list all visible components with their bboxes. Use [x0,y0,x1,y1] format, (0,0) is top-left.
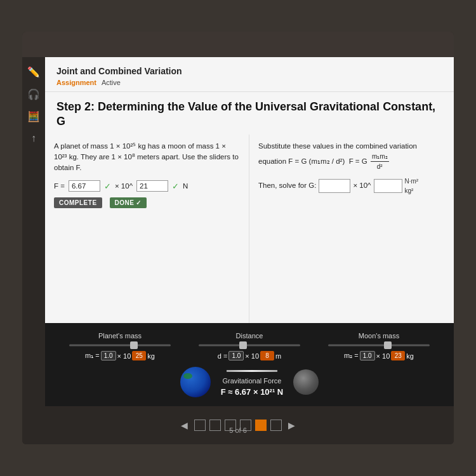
planet-mass-val[interactable]: 1.0 [101,351,116,360]
times-10-d: × 10 [245,352,259,360]
action-row: COMPLETE DONE ✓ [54,197,240,208]
nav-dot-6[interactable] [270,420,282,431]
distance-track [199,343,300,347]
m2-label: m₂ = [344,352,359,360]
d-label: d = [218,352,228,360]
fraction-formula: F = G m₁m₂ d² [347,157,390,165]
distance-value: d = 1.0 × 10 8 m [218,351,281,360]
check-icon-2: ✓ [172,180,179,193]
moon-mass-thumb[interactable] [384,341,392,349]
distance-thumb[interactable] [239,341,247,349]
left-panel: A planet of mass 1 × 10²⁵ kg has a moon … [45,135,249,323]
calculator-icon[interactable]: 🧮 [27,110,40,122]
solve-row: Then, solve for G: × 10^ N·m²kg² [258,176,445,195]
up-arrow-icon[interactable]: ↑ [31,133,36,144]
moon-mass-label: Moon's mass [359,332,399,340]
solve-label: Then, solve for G: [258,180,316,191]
moon-mass-track [328,343,430,347]
planet-mass-thumb[interactable] [130,341,138,349]
moon-mass-slider-group: Moon's mass m₂ = 1.0 × 10 23 kg [314,332,444,360]
edit-icon[interactable]: ✏️ [27,66,40,78]
moon-mass-unit: kg [406,352,414,360]
fraction: m₁m₂ d² [371,152,389,171]
header-meta: Assignment Active [56,79,442,86]
planet-mass-label: Planet's mass [98,332,142,340]
content-body: A planet of mass 1 × 10²⁵ kg has a moon … [45,135,454,323]
planet-mass-value: m₁ = 1.0 × 10 25 kg [85,351,155,360]
moon-mass-val[interactable]: 1.0 [360,351,375,360]
distance-val[interactable]: 1.0 [228,351,244,360]
solve-value-input[interactable] [319,179,350,193]
done-check-icon: ✓ [136,199,142,206]
grav-force-label: Gravitational Force [223,377,282,385]
grav-formula: F ≈ 6.67 × 10²¹ N [221,387,284,397]
problem-description: A planet of mass 1 × 10²⁵ kg has a moon … [54,141,240,174]
distance-unit: m [275,352,281,360]
assignment-label: Assignment [56,79,96,86]
times-10-pm: × 10 [117,352,131,360]
solve-exponent-input[interactable] [374,179,402,193]
times-10-label: × 10^ [115,181,133,192]
planet-mass-unit: kg [147,352,155,360]
moon-image [293,369,319,395]
planet-mass-track [69,343,171,347]
distance-label: Distance [236,332,263,340]
planet-mass-exp[interactable]: 25 [132,351,146,360]
f-equals-label: F = [54,181,65,192]
sliders-row: Planet's mass m₁ = 1.0 × 10 25 kg Distan… [55,332,444,360]
top-bar [22,32,454,57]
done-button[interactable]: DONE ✓ [110,197,147,208]
complete-button[interactable]: COMPLETE [54,197,102,208]
headphone-icon[interactable]: 🎧 [27,88,40,100]
distance-line [199,345,300,347]
step-title: Step 2: Determining the Value of the Uni… [56,100,442,129]
step-heading: Step 2: Determining the Value of the Uni… [45,92,454,135]
unit-label: N·m²kg² [405,176,419,195]
times-10-right: × 10^ [353,180,371,191]
exponent-input[interactable] [136,180,168,192]
moon-mass-line [328,345,430,347]
formula-row: F = ✓ × 10^ ✓ N [54,180,240,193]
nav-dot-2[interactable] [209,420,221,431]
m1-label: m₁ = [85,352,100,360]
visuals-row: Gravitational Force F ≈ 6.67 × 10²¹ N [55,367,444,397]
check-icon-1: ✓ [104,180,111,193]
earth-image [180,367,211,397]
bottom-nav: ◀ ▶ [22,406,454,444]
formula-value-input[interactable] [69,180,100,192]
nav-dot-1[interactable] [194,420,206,431]
planet-mass-line [69,345,171,347]
distance-slider-group: Distance d = 1.0 × 10 8 m [185,332,314,360]
prev-arrow[interactable]: ◀ [178,419,190,432]
page-counter: 5 of 6 [229,426,247,434]
nav-dot-5[interactable] [255,420,267,431]
lesson-title: Joint and Combined Variation [56,66,442,76]
distance-line-visual [227,370,277,372]
moon-mass-value: m₂ = 1.0 × 10 23 kg [344,351,414,360]
planet-mass-slider-group: Planet's mass m₁ = 1.0 × 10 25 kg [55,332,185,360]
distance-exp[interactable]: 8 [260,351,274,360]
next-arrow[interactable]: ▶ [286,419,298,432]
right-panel: Substitute these values in the combined … [249,135,454,323]
content-header: Joint and Combined Variation Assignment … [45,57,454,92]
main-content: Joint and Combined Variation Assignment … [45,57,454,323]
moon-mass-exp[interactable]: 23 [391,351,405,360]
dark-section: Planet's mass m₁ = 1.0 × 10 25 kg Distan… [45,323,454,406]
substitute-description: Substitute these values in the combined … [258,141,445,171]
unit-n-label: N [183,181,188,192]
times-10-mm: × 10 [376,352,390,360]
active-label: Active [102,79,121,86]
left-sidebar: ✏️ 🎧 🧮 ↑ [22,57,45,406]
